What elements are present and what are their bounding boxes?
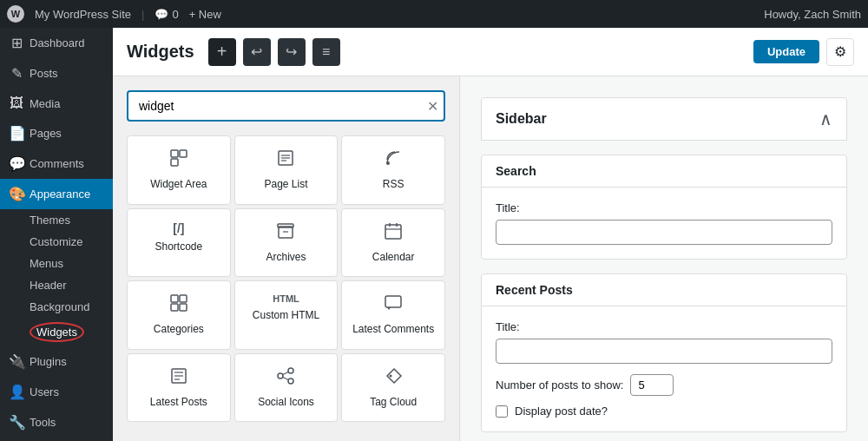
update-button[interactable]: Update xyxy=(753,40,819,63)
recent-posts-title-label: Title: xyxy=(496,320,832,333)
tag-cloud-icon xyxy=(384,366,403,391)
svg-rect-11 xyxy=(385,225,401,239)
search-widget-block: Search Title: xyxy=(481,155,847,260)
new-content-link[interactable]: + New xyxy=(189,8,221,21)
widget-area-icon xyxy=(169,148,188,173)
widget-item-latest-posts[interactable]: Latest Posts xyxy=(127,353,231,423)
widget-item-custom-html[interactable]: HTML Custom HTML xyxy=(234,280,339,350)
recent-posts-widget-header: Recent Posts xyxy=(482,274,846,306)
display-date-label: Display post date? xyxy=(515,405,608,418)
posts-icon: ✎ xyxy=(9,65,24,82)
latest-comments-icon xyxy=(384,293,403,318)
shortcode-icon: [/] xyxy=(173,221,184,235)
sidebar-sub-customize[interactable]: Customize xyxy=(0,231,113,253)
sidebar-panel-title: Sidebar xyxy=(496,111,547,127)
redo-button[interactable]: ↪ xyxy=(278,38,306,66)
search-widget-header: Search xyxy=(482,155,846,188)
posts-count-input[interactable] xyxy=(630,374,674,396)
search-clear-button[interactable]: ✕ xyxy=(427,98,438,115)
main-layout: ⊞ Dashboard ✎ Posts 🖼 Media 📄 Pages 💬 Co… xyxy=(0,28,868,441)
collapse-sidebar-button[interactable]: ∧ xyxy=(819,109,832,129)
widgets-highlight: Widgets xyxy=(30,322,84,342)
comment-icon: 💬 xyxy=(155,8,168,21)
tag-cloud-label: Tag Cloud xyxy=(370,396,417,410)
site-name[interactable]: My WordPress Site xyxy=(35,8,131,21)
svg-point-24 xyxy=(288,368,293,373)
shortcode-label: Shortcode xyxy=(155,240,202,254)
search-title-input[interactable] xyxy=(496,220,832,245)
sidebar-item-posts[interactable]: ✎ Posts xyxy=(0,58,113,89)
latest-posts-icon xyxy=(169,366,188,391)
search-input[interactable] xyxy=(127,90,445,122)
svg-rect-0 xyxy=(171,150,178,157)
svg-line-28 xyxy=(283,377,288,379)
social-icons-label: Social Icons xyxy=(258,396,314,410)
pages-icon: 📄 xyxy=(9,125,24,142)
recent-posts-widget-block: Recent Posts Title: Number of posts to s… xyxy=(481,273,847,432)
widget-item-shortcode[interactable]: [/] Shortcode xyxy=(127,208,231,278)
search-title-label: Title: xyxy=(496,201,832,214)
svg-point-7 xyxy=(386,161,390,165)
content-area: Widgets + ↩ ↪ ≡ Update ⚙ ✕ xyxy=(113,28,868,441)
svg-rect-2 xyxy=(171,159,178,166)
widget-item-rss[interactable]: RSS xyxy=(341,135,445,205)
display-date-checkbox[interactable] xyxy=(496,405,508,418)
rss-icon xyxy=(384,148,403,173)
undo-button[interactable]: ↩ xyxy=(243,38,271,66)
sidebar-sub-themes[interactable]: Themes xyxy=(0,209,113,231)
comments-link[interactable]: 💬 0 xyxy=(155,8,178,21)
users-icon: 👤 xyxy=(9,384,24,400)
widget-item-archives[interactable]: Archives xyxy=(234,208,339,278)
latest-comments-label: Latest Comments xyxy=(352,323,434,337)
widget-item-page-list[interactable]: Page List xyxy=(234,135,339,205)
posts-count-label: Number of posts to show: xyxy=(496,378,623,392)
widget-item-social-icons[interactable]: Social Icons xyxy=(234,353,339,423)
sidebar-item-plugins[interactable]: 🔌 Plugins xyxy=(0,346,113,377)
list-view-button[interactable]: ≡ xyxy=(312,38,340,66)
widget-search-box: ✕ xyxy=(127,90,445,122)
sidebar-item-media[interactable]: 🖼 Media xyxy=(0,89,113,118)
sidebar-item-appearance[interactable]: 🎨 Appearance xyxy=(0,179,113,209)
custom-html-icon: HTML xyxy=(273,293,299,304)
social-icons-icon xyxy=(276,366,295,391)
widget-item-tag-cloud[interactable]: Tag Cloud xyxy=(341,353,445,423)
sidebar-sub-background[interactable]: Background xyxy=(0,296,113,318)
widget-area-label: Widget Area xyxy=(150,178,207,192)
svg-rect-19 xyxy=(385,296,401,307)
right-panel: Sidebar ∧ Search Title: Recent Posts Tit… xyxy=(460,76,868,441)
widget-item-widget-area[interactable]: Widget Area xyxy=(127,135,231,205)
svg-rect-18 xyxy=(180,304,187,311)
plugins-icon: 🔌 xyxy=(9,353,24,370)
sidebar-item-dashboard[interactable]: ⊞ Dashboard xyxy=(0,28,113,58)
archives-icon xyxy=(276,221,295,246)
wp-logo: W xyxy=(7,5,24,23)
settings-gear-button[interactable]: ⚙ xyxy=(826,38,854,66)
sidebar-sub-header[interactable]: Header xyxy=(0,274,113,296)
sidebar-item-tools[interactable]: 🔧 Tools xyxy=(0,407,113,438)
calendar-icon xyxy=(384,221,403,246)
sidebar-item-pages[interactable]: 📄 Pages xyxy=(0,118,113,148)
widget-item-latest-comments[interactable]: Latest Comments xyxy=(341,280,445,350)
add-widget-button[interactable]: + xyxy=(208,38,236,66)
svg-rect-1 xyxy=(180,150,187,157)
sidebar-sub-widgets[interactable]: Widgets xyxy=(0,318,113,346)
media-icon: 🖼 xyxy=(9,95,24,111)
widget-item-calendar[interactable]: Calendar xyxy=(341,208,445,278)
widget-item-categories[interactable]: Categories xyxy=(127,280,231,350)
howdy-text: Howdy, Zach Smith xyxy=(764,8,861,21)
sidebar-item-comments[interactable]: 💬 Comments xyxy=(0,148,113,179)
svg-line-27 xyxy=(283,372,288,374)
sidebar-item-settings[interactable]: ⚙ Settings xyxy=(0,438,113,441)
sidebar: ⊞ Dashboard ✎ Posts 🖼 Media 📄 Pages 💬 Co… xyxy=(0,28,113,441)
archives-label: Archives xyxy=(266,251,306,265)
page-list-icon xyxy=(276,148,295,173)
recent-posts-title-input[interactable] xyxy=(496,339,832,364)
sidebar-item-users[interactable]: 👤 Users xyxy=(0,377,113,407)
recent-posts-widget-body: Title: Number of posts to show: Display … xyxy=(482,306,846,431)
posts-count-row: Number of posts to show: xyxy=(496,374,832,396)
sidebar-sub-menus[interactable]: Menus xyxy=(0,253,113,274)
svg-rect-9 xyxy=(278,224,293,227)
toolbar: Widgets + ↩ ↪ ≡ Update ⚙ xyxy=(113,28,868,76)
dashboard-icon: ⊞ xyxy=(9,35,24,51)
categories-label: Categories xyxy=(154,323,204,337)
